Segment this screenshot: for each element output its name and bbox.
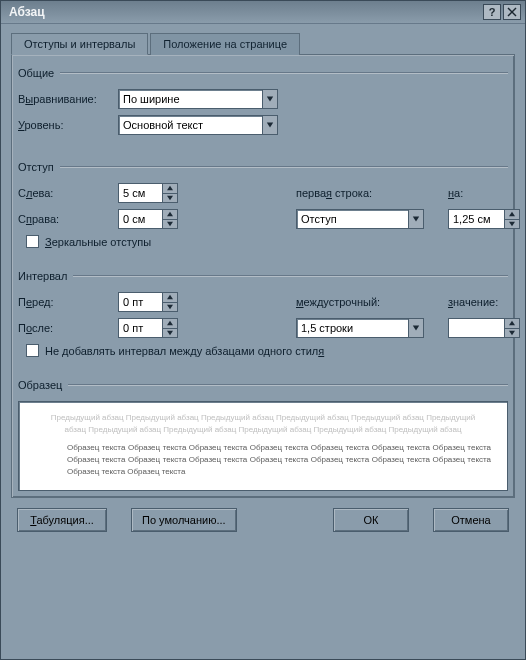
spin-up-icon[interactable] [504, 209, 520, 220]
ok-button[interactable]: ОК [333, 508, 409, 532]
alignment-label: Выравнивание: [18, 93, 114, 105]
close-button[interactable] [503, 4, 521, 20]
indent-by-value[interactable]: 1,25 см [448, 209, 504, 229]
preview-sample-text: Образец текста Образец текста Образец те… [35, 442, 491, 478]
svg-marker-17 [509, 331, 515, 336]
btn-label: Отмена [451, 514, 490, 526]
button-bar: Табуляция... По умолчанию... ОК Отмена [11, 498, 515, 538]
spin-up-icon[interactable] [162, 318, 178, 329]
btn-label: ОК [364, 514, 379, 526]
indent-by-spinner[interactable]: 1,25 см [448, 209, 526, 229]
group-spacing: Интервал [18, 270, 508, 282]
svg-marker-6 [167, 212, 173, 217]
dialog-title: Абзац [5, 5, 481, 19]
level-value: Основной текст [118, 115, 262, 135]
indent-by-label: на: [448, 187, 526, 199]
spacing-after-spinner[interactable]: 0 пт [118, 318, 188, 338]
spin-up-icon[interactable] [162, 292, 178, 303]
spin-up-icon[interactable] [504, 318, 520, 329]
chevron-down-icon[interactable] [262, 115, 278, 135]
svg-marker-14 [167, 331, 173, 336]
svg-marker-7 [167, 222, 173, 227]
indent-right-value[interactable]: 0 см [118, 209, 162, 229]
nospace-same-style-label: Не добавлять интервал между абзацами одн… [45, 345, 324, 357]
indent-left-value[interactable]: 5 см [118, 183, 162, 203]
spin-down-icon[interactable] [504, 220, 520, 230]
panel: Общие Выравнивание: По ширине Уровень: О… [11, 54, 515, 498]
spin-down-icon[interactable] [162, 194, 178, 204]
alignment-value: По ширине [118, 89, 262, 109]
help-button[interactable]: ? [483, 4, 501, 20]
tab-indents-intervals[interactable]: Отступы и интервалы [11, 33, 148, 55]
tab-label: Положение на странице [163, 38, 287, 50]
svg-marker-8 [413, 217, 419, 222]
group-legend: Интервал [18, 270, 67, 282]
spin-up-icon[interactable] [162, 209, 178, 220]
svg-marker-3 [267, 123, 273, 128]
svg-marker-4 [167, 186, 173, 191]
nospace-same-style-checkbox[interactable] [26, 344, 39, 357]
spacing-before-value[interactable]: 0 пт [118, 292, 162, 312]
svg-marker-9 [509, 212, 515, 217]
group-legend: Общие [18, 67, 54, 79]
spacing-after-label: После: [18, 322, 114, 334]
mirror-indents-label: Зеркальные отступы [45, 236, 151, 248]
tab-label: Отступы и интервалы [24, 38, 135, 50]
btn-label: По умолчанию... [142, 514, 226, 526]
group-indent: Отступ [18, 161, 508, 173]
tabs-button[interactable]: Табуляция... [17, 508, 107, 532]
group-legend: Образец [18, 379, 62, 391]
indent-left-label: Слева: [18, 187, 114, 199]
svg-marker-12 [167, 305, 173, 310]
group-legend: Отступ [18, 161, 54, 173]
spacing-at-value[interactable] [448, 318, 504, 338]
spin-down-icon[interactable] [162, 329, 178, 339]
svg-marker-2 [267, 97, 273, 102]
btn-label: абуляция... [36, 514, 93, 526]
chevron-down-icon[interactable] [408, 209, 424, 229]
chevron-down-icon[interactable] [262, 89, 278, 109]
paragraph-dialog: Абзац ? Отступы и интервалы Положение на… [0, 0, 526, 660]
first-line-label: первая строка: [296, 187, 424, 199]
spacing-at-label: значение: [448, 296, 526, 308]
mirror-indents-checkbox[interactable] [26, 235, 39, 248]
line-spacing-value: 1,5 строки [296, 318, 408, 338]
spacing-before-label: Перед: [18, 296, 114, 308]
line-spacing-select[interactable]: 1,5 строки [296, 318, 424, 338]
tab-row: Отступы и интервалы Положение на страниц… [11, 33, 515, 55]
first-line-value: Отступ [296, 209, 408, 229]
svg-marker-13 [167, 321, 173, 326]
line-spacing-label: междустрочный: [296, 296, 424, 308]
level-label: Уровень: [18, 119, 114, 131]
cancel-button[interactable]: Отмена [433, 508, 509, 532]
spin-down-icon[interactable] [162, 220, 178, 230]
svg-marker-11 [167, 295, 173, 300]
tab-page-position[interactable]: Положение на странице [150, 33, 300, 55]
titlebar: Абзац ? [1, 1, 525, 24]
indent-right-label: Справа: [18, 213, 114, 225]
spacing-at-spinner[interactable] [448, 318, 526, 338]
svg-marker-10 [509, 222, 515, 227]
chevron-down-icon[interactable] [408, 318, 424, 338]
indent-left-spinner[interactable]: 5 см [118, 183, 188, 203]
spacing-before-spinner[interactable]: 0 пт [118, 292, 188, 312]
level-select[interactable]: Основной текст [118, 115, 278, 135]
spin-up-icon[interactable] [162, 183, 178, 194]
preview-previous-text: Предыдущий абзац Предыдущий абзац Предыд… [35, 412, 491, 436]
indent-right-spinner[interactable]: 0 см [118, 209, 188, 229]
group-general: Общие [18, 67, 508, 79]
svg-marker-16 [509, 321, 515, 326]
svg-marker-15 [413, 326, 419, 331]
spacing-after-value[interactable]: 0 пт [118, 318, 162, 338]
first-line-select[interactable]: Отступ [296, 209, 424, 229]
group-preview: Образец [18, 379, 508, 391]
alignment-select[interactable]: По ширине [118, 89, 278, 109]
spin-down-icon[interactable] [162, 303, 178, 313]
preview-box: Предыдущий абзац Предыдущий абзац Предыд… [18, 401, 508, 491]
defaults-button[interactable]: По умолчанию... [131, 508, 237, 532]
svg-marker-5 [167, 196, 173, 201]
spin-down-icon[interactable] [504, 329, 520, 339]
